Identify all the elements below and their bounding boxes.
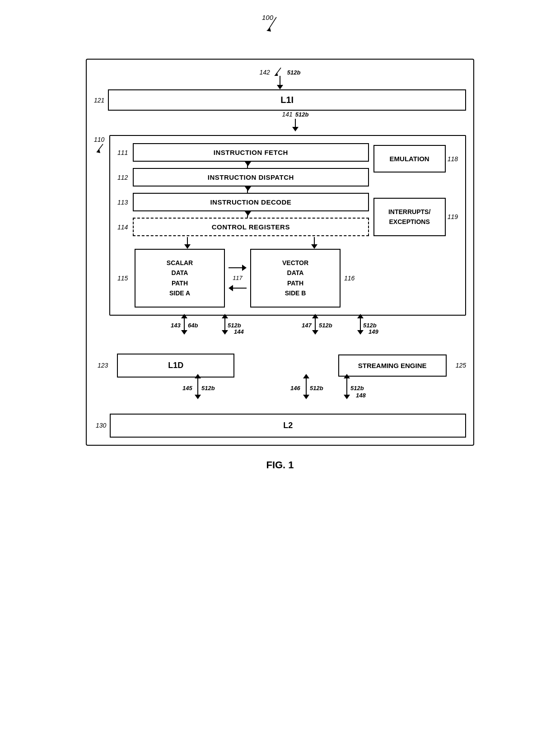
vector-block: VECTORDATAPATHSIDE B <box>250 249 341 308</box>
arrow-141: 141 512b <box>282 111 309 131</box>
dashed-arrow-decode-ctrl <box>117 211 369 218</box>
emulation-box: EMULATION <box>373 145 446 173</box>
instr-decode-row: 113 INSTRUCTION DECODE <box>117 193 369 211</box>
figure-caption: FIG. 1 <box>86 459 474 471</box>
se-box: STREAMING ENGINE <box>338 354 447 377</box>
svg-text:64b: 64b <box>188 322 198 329</box>
ref-114: 114 <box>117 224 131 231</box>
l1d-se-row: 123 L1D STREAMING ENGINE 125 <box>94 354 466 378</box>
instruction-dispatch-block: INSTRUCTION DISPATCH <box>133 168 369 186</box>
svg-line-2 <box>275 68 281 75</box>
svg-text:148: 148 <box>356 392 366 399</box>
emulation-area: EMULATION 118 <box>373 145 458 173</box>
scalar-block: SCALARDATAPATHSIDE A <box>135 249 225 308</box>
svg-text:512b: 512b <box>350 385 364 392</box>
svg-marker-32 <box>303 395 309 399</box>
svg-text:149: 149 <box>369 328 378 335</box>
arrow-fetch-dispatch <box>117 162 369 168</box>
ref-121: 121 <box>94 97 104 104</box>
svg-text:144: 144 <box>234 328 244 335</box>
svg-text:512b: 512b <box>310 385 323 392</box>
ref-110: 110 <box>94 136 104 143</box>
cpu-right-col: EMULATION 118 INTERRUPTS/EXCEPTIONS 119 <box>369 143 458 308</box>
ctrl-reg-row: 114 CONTROL REGISTERS <box>117 218 369 236</box>
svg-text:145: 145 <box>182 385 192 392</box>
svg-marker-27 <box>195 395 201 399</box>
scalar-area: 115 SCALARDATAPATHSIDE A <box>133 249 225 308</box>
label-512b-142: 512b <box>287 69 301 76</box>
cpu-core-area: 110 111 INSTRUCTION FETCH <box>94 131 466 316</box>
svg-marker-7 <box>181 330 187 335</box>
label-512b-141: 512b <box>295 111 309 118</box>
arrows-ctrl-to-sv <box>117 237 369 249</box>
svg-marker-37 <box>344 395 350 399</box>
ref-123: 123 <box>98 362 108 369</box>
vector-area: VECTORDATAPATHSIDE B 116 <box>250 249 355 308</box>
arrow-142-area: 142 512b <box>94 67 466 89</box>
svg-marker-12 <box>222 330 228 335</box>
l1d-box: L1D <box>117 354 234 378</box>
control-registers-block: CONTROL REGISTERS <box>133 218 369 236</box>
diagram-wrapper: 100 142 512b <box>86 9 474 471</box>
ref-112: 112 <box>117 174 131 181</box>
sv-section: 115 SCALARDATAPATHSIDE A <box>117 249 369 308</box>
instruction-fetch-block: INSTRUCTION FETCH <box>133 143 369 162</box>
l1i-row: 121 L1I <box>94 89 466 111</box>
outer-border: 142 512b 121 L1I <box>86 59 474 446</box>
ref-117: 117 <box>233 275 243 281</box>
svg-marker-17 <box>312 330 318 335</box>
arrow-down-to-l1i <box>277 76 283 89</box>
svg-line-4 <box>98 144 103 151</box>
lower-arrows-area: 145 512b 146 512b 512b 148 <box>94 378 466 414</box>
svg-text:512b: 512b <box>363 322 377 329</box>
ref-100-area: 100 <box>86 14 474 32</box>
cpu-core-box: 111 INSTRUCTION FETCH <box>109 135 466 316</box>
interrupts-area: INTERRUPTS/EXCEPTIONS 119 <box>373 198 458 236</box>
svg-text:512b: 512b <box>201 385 215 392</box>
svg-text:143: 143 <box>171 322 181 329</box>
cpu-left-col: 111 INSTRUCTION FETCH <box>117 143 369 308</box>
cpu-inner: 111 INSTRUCTION FETCH <box>117 143 458 308</box>
l1i-box: L1I <box>108 89 466 111</box>
ref-113: 113 <box>117 199 131 206</box>
crosspath-area: 117 <box>225 249 250 308</box>
arrow-dispatch-decode <box>117 186 369 193</box>
ref-130: 130 <box>96 422 106 429</box>
svg-text:146: 146 <box>290 385 300 392</box>
ref-125: 125 <box>456 362 466 369</box>
svg-text:512b: 512b <box>319 322 332 329</box>
svg-marker-22 <box>357 330 364 335</box>
mid-arrows-area: 143 64b 512b 144 147 512b 512b 14 <box>94 317 466 354</box>
ref-142: 142 <box>260 69 270 76</box>
ref-119: 119 <box>448 213 458 220</box>
arrow-141-area: 141 512b <box>94 111 466 131</box>
ref-118: 118 <box>448 155 458 163</box>
ref-111: 111 <box>117 149 131 156</box>
instr-fetch-row: 111 INSTRUCTION FETCH <box>117 143 369 162</box>
svg-line-0 <box>268 17 276 30</box>
l2-box: L2 <box>110 414 466 438</box>
ref-141: 141 <box>282 111 293 118</box>
l2-row: 130 L2 <box>94 414 466 438</box>
interrupts-box: INTERRUPTS/EXCEPTIONS <box>373 198 446 236</box>
ref-115: 115 <box>117 275 131 282</box>
instruction-decode-block: INSTRUCTION DECODE <box>133 193 369 211</box>
ref-116: 116 <box>344 275 355 282</box>
svg-text:147: 147 <box>302 322 312 329</box>
instr-dispatch-row: 112 INSTRUCTION DISPATCH <box>117 168 369 186</box>
svg-text:512b: 512b <box>228 322 241 329</box>
